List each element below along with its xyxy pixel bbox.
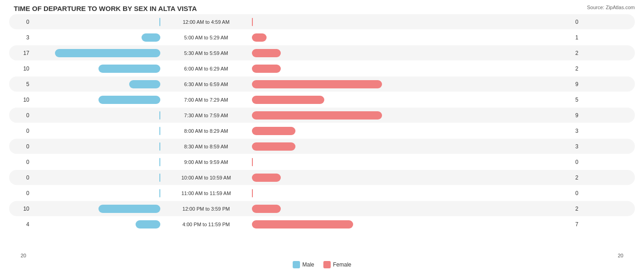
male-value: 17 bbox=[9, 50, 32, 56]
male-value: 0 bbox=[9, 143, 32, 150]
time-label: 4:00 PM to 11:59 PM bbox=[160, 222, 252, 227]
female-bar-section bbox=[252, 189, 573, 197]
time-label: 12:00 AM to 4:59 AM bbox=[160, 19, 252, 25]
female-value: 2 bbox=[573, 206, 591, 212]
male-bar bbox=[136, 220, 160, 228]
male-value: 0 bbox=[9, 190, 32, 196]
male-bar-section bbox=[32, 65, 160, 73]
male-bar-section bbox=[32, 33, 160, 42]
legend-male: Male bbox=[293, 261, 314, 268]
legend-male-label: Male bbox=[302, 261, 314, 268]
time-label: 6:00 AM to 6:29 AM bbox=[160, 66, 252, 71]
male-value: 4 bbox=[9, 221, 32, 228]
chart-row: 4 4:00 PM to 11:59 PM 7 bbox=[9, 217, 635, 232]
time-label: 5:30 AM to 5:59 AM bbox=[160, 50, 252, 56]
male-bar-section bbox=[32, 174, 160, 182]
chart-row: 10 7:00 AM to 7:29 AM 5 bbox=[9, 92, 635, 107]
female-value: 0 bbox=[573, 19, 591, 25]
male-bar-section bbox=[32, 111, 160, 120]
female-bar-section bbox=[252, 142, 573, 151]
chart-row: 10 12:00 PM to 3:59 PM 2 bbox=[9, 201, 635, 216]
female-bar-section bbox=[252, 96, 573, 104]
female-bar bbox=[252, 127, 295, 135]
time-label: 8:00 AM to 8:29 AM bbox=[160, 128, 252, 134]
female-value: 2 bbox=[573, 65, 591, 72]
chart-row: 0 8:30 AM to 8:59 AM 3 bbox=[9, 139, 635, 154]
female-bar bbox=[252, 174, 281, 182]
chart-row: 3 5:00 AM to 5:29 AM 1 bbox=[9, 30, 635, 45]
male-bar bbox=[142, 33, 160, 42]
chart-title: TIME OF DEPARTURE TO WORK BY SEX IN ALTA… bbox=[9, 5, 635, 12]
chart-row: 0 12:00 AM to 4:59 AM 0 bbox=[9, 14, 635, 29]
female-value: 9 bbox=[573, 81, 591, 87]
time-label: 7:00 AM to 7:29 AM bbox=[160, 97, 252, 103]
female-bar bbox=[252, 111, 382, 120]
chart-row: 0 10:00 AM to 10:59 AM 2 bbox=[9, 170, 635, 185]
female-bar bbox=[252, 142, 295, 151]
chart-row: 0 11:00 AM to 11:59 AM 0 bbox=[9, 185, 635, 201]
male-value: 0 bbox=[9, 159, 32, 165]
female-bar bbox=[252, 205, 281, 213]
time-label: 9:00 AM to 9:59 AM bbox=[160, 159, 252, 165]
chart-row: 5 6:30 AM to 6:59 AM 9 bbox=[9, 76, 635, 92]
male-value: 0 bbox=[9, 128, 32, 134]
time-label: 10:00 AM to 10:59 AM bbox=[160, 175, 252, 180]
male-bar-section bbox=[32, 96, 160, 104]
female-bar-section bbox=[252, 18, 573, 26]
legend-female: Female bbox=[323, 261, 351, 268]
male-value: 0 bbox=[9, 174, 32, 181]
male-bar-section bbox=[32, 49, 160, 57]
axis-right-label: 20 bbox=[618, 253, 623, 258]
female-bar bbox=[252, 158, 253, 166]
female-bar bbox=[252, 220, 353, 228]
female-value: 5 bbox=[573, 97, 591, 103]
time-label: 7:30 AM to 7:59 AM bbox=[160, 113, 252, 118]
chart-row: 0 9:00 AM to 9:59 AM 0 bbox=[9, 154, 635, 169]
female-bar-section bbox=[252, 65, 573, 73]
time-label: 8:30 AM to 8:59 AM bbox=[160, 144, 252, 149]
chart-row: 10 6:00 AM to 6:29 AM 2 bbox=[9, 61, 635, 76]
female-value: 3 bbox=[573, 128, 591, 134]
time-label: 12:00 PM to 3:59 PM bbox=[160, 206, 252, 212]
female-bar bbox=[252, 65, 281, 73]
female-bar-section bbox=[252, 174, 573, 182]
female-bar-section bbox=[252, 80, 573, 88]
female-bar-section bbox=[252, 111, 573, 120]
male-bar-section bbox=[32, 18, 160, 26]
female-value: 0 bbox=[573, 190, 591, 196]
chart-container: TIME OF DEPARTURE TO WORK BY SEX IN ALTA… bbox=[0, 0, 644, 272]
time-label: 5:00 AM to 5:29 AM bbox=[160, 35, 252, 40]
male-value: 10 bbox=[9, 206, 32, 212]
legend-female-label: Female bbox=[333, 261, 351, 268]
male-bar-section bbox=[32, 220, 160, 228]
female-value: 2 bbox=[573, 50, 591, 56]
axis-left-label: 20 bbox=[21, 253, 26, 258]
male-bar bbox=[98, 96, 160, 104]
male-bar bbox=[55, 49, 160, 57]
male-bar-section bbox=[32, 80, 160, 88]
male-value: 10 bbox=[9, 65, 32, 72]
female-bar-section bbox=[252, 220, 573, 228]
female-bar bbox=[252, 49, 281, 57]
male-value: 3 bbox=[9, 34, 32, 41]
male-value: 0 bbox=[9, 19, 32, 25]
time-label: 6:30 AM to 6:59 AM bbox=[160, 82, 252, 87]
female-bar bbox=[252, 96, 324, 104]
male-bar bbox=[129, 80, 160, 88]
legend-male-box bbox=[293, 261, 300, 268]
source-label: Source: ZipAtlas.com bbox=[587, 5, 635, 10]
female-value: 9 bbox=[573, 112, 591, 119]
female-value: 1 bbox=[573, 34, 591, 41]
chart-row: 17 5:30 AM to 5:59 AM 2 bbox=[9, 45, 635, 60]
male-bar bbox=[98, 205, 160, 213]
female-bar bbox=[252, 189, 253, 197]
male-bar-section bbox=[32, 158, 160, 166]
male-value: 0 bbox=[9, 112, 32, 119]
female-bar-section bbox=[252, 49, 573, 57]
female-bar-section bbox=[252, 33, 573, 42]
chart-row: 0 7:30 AM to 7:59 AM 9 bbox=[9, 108, 635, 123]
chart-area: 0 12:00 AM to 4:59 AM 0 3 5:00 AM to 5:2… bbox=[9, 14, 635, 231]
female-value: 3 bbox=[573, 143, 591, 150]
female-bar bbox=[252, 80, 382, 88]
female-bar bbox=[252, 33, 267, 42]
